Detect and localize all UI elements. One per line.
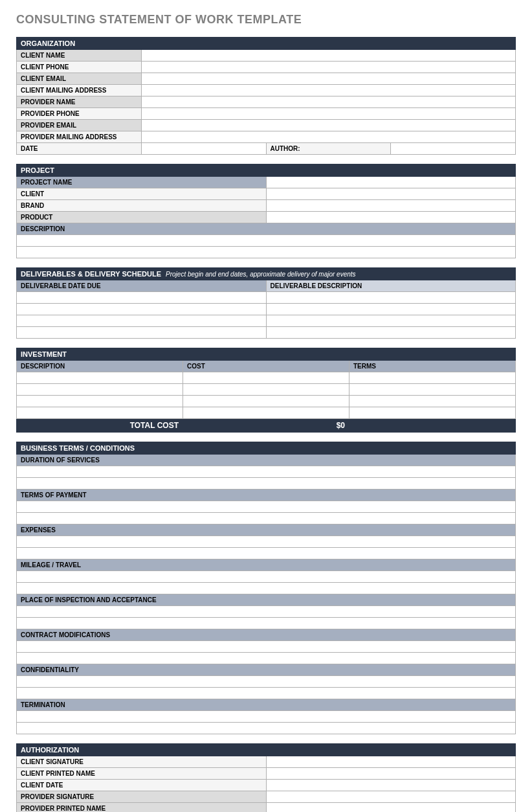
terms-item-value[interactable] <box>17 641 516 653</box>
org-label: CLIENT EMAIL <box>17 73 142 85</box>
terms-item-value[interactable] <box>17 676 516 688</box>
org-value[interactable] <box>141 96 515 108</box>
org-value[interactable] <box>141 120 515 131</box>
deliverables-table: DELIVERABLES & DELIVERY SCHEDULE Project… <box>16 267 516 339</box>
terms-item-value[interactable] <box>17 688 516 699</box>
terms-item-label: CONTRACT MODIFICATIONS <box>17 629 516 641</box>
deliverables-header: DELIVERABLES & DELIVERY SCHEDULE Project… <box>17 268 516 280</box>
terms-table: BUSINESS TERMS / CONDITIONS DURATION OF … <box>16 442 516 734</box>
organization-header: ORGANIZATION <box>17 38 516 50</box>
deliverable-date-cell[interactable] <box>17 327 267 339</box>
inv-terms[interactable] <box>349 384 516 396</box>
document-title: CONSULTING STATEMENT OF WORK TEMPLATE <box>16 13 516 27</box>
terms-item-value[interactable] <box>17 583 516 594</box>
inv-desc[interactable] <box>17 384 183 396</box>
terms-item-value[interactable] <box>17 618 516 629</box>
deliverables-header-text: DELIVERABLES & DELIVERY SCHEDULE <box>21 270 161 278</box>
terms-item-value[interactable] <box>17 513 516 524</box>
deliverable-date-cell[interactable] <box>17 315 267 327</box>
organization-table: ORGANIZATION CLIENT NAME CLIENT PHONE CL… <box>16 37 516 155</box>
project-value[interactable] <box>266 212 516 223</box>
terms-item-value[interactable] <box>17 466 516 478</box>
date-label: DATE <box>17 143 142 155</box>
terms-item-label: CONFIDENTIALITY <box>17 664 516 676</box>
org-value[interactable] <box>141 73 515 85</box>
investment-table: INVESTMENT DESCRIPTION COST TERMS TOTAL … <box>16 348 516 433</box>
deliverable-desc-cell[interactable] <box>266 327 516 339</box>
auth-value[interactable] <box>266 791 516 803</box>
terms-item-value[interactable] <box>17 548 516 559</box>
inv-cost[interactable] <box>183 372 349 384</box>
project-value[interactable] <box>266 188 516 200</box>
investment-desc-header: DESCRIPTION <box>17 361 183 372</box>
investment-terms-header: TERMS <box>349 361 516 372</box>
org-value[interactable] <box>141 62 515 73</box>
terms-item-value[interactable] <box>17 711 516 723</box>
auth-label: CLIENT PRINTED NAME <box>17 768 267 780</box>
author-label: AUTHOR: <box>266 143 391 155</box>
auth-value[interactable] <box>266 756 516 768</box>
deliverable-date-cell[interactable] <box>17 292 267 304</box>
inv-terms[interactable] <box>349 407 516 419</box>
auth-value[interactable] <box>266 780 516 791</box>
inv-desc[interactable] <box>17 396 183 407</box>
project-value[interactable] <box>266 177 516 188</box>
terms-item-value[interactable] <box>17 606 516 618</box>
terms-header: BUSINESS TERMS / CONDITIONS <box>17 442 516 455</box>
project-label: PROJECT NAME <box>17 177 267 188</box>
terms-item-value[interactable] <box>17 536 516 548</box>
org-value[interactable] <box>141 131 515 143</box>
inv-terms[interactable] <box>349 372 516 384</box>
deliverable-desc-cell[interactable] <box>266 292 516 304</box>
project-header: PROJECT <box>17 164 516 177</box>
terms-item-value[interactable] <box>17 723 516 734</box>
authorization-header: AUTHORIZATION <box>17 744 516 756</box>
org-label: CLIENT NAME <box>17 50 142 62</box>
terms-item-label: EXPENSES <box>17 524 516 536</box>
org-label: PROVIDER MAILING ADDRESS <box>17 131 142 143</box>
date-value[interactable] <box>141 143 266 155</box>
inv-cost[interactable] <box>183 384 349 396</box>
org-value[interactable] <box>141 108 515 120</box>
inv-cost[interactable] <box>183 407 349 419</box>
project-label: PRODUCT <box>17 212 267 223</box>
description-label: DESCRIPTION <box>17 223 516 235</box>
project-table: PROJECT PROJECT NAME CLIENT BRAND PRODUC… <box>16 164 516 258</box>
deliverable-desc-cell[interactable] <box>266 304 516 315</box>
auth-label: CLIENT DATE <box>17 780 267 791</box>
inv-terms[interactable] <box>349 396 516 407</box>
inv-desc[interactable] <box>17 372 183 384</box>
organization-header-row: ORGANIZATION <box>17 38 516 50</box>
terms-item-label: TERMINATION <box>17 699 516 711</box>
terms-item-value[interactable] <box>17 571 516 583</box>
project-label: BRAND <box>17 200 267 212</box>
deliverable-date-cell[interactable] <box>17 304 267 315</box>
deliverable-date-header: DELIVERABLE DATE DUE <box>17 280 267 292</box>
terms-item-value[interactable] <box>17 501 516 513</box>
terms-item-value[interactable] <box>17 653 516 664</box>
deliverable-desc-cell[interactable] <box>266 315 516 327</box>
total-cost-value: $0 <box>183 419 349 433</box>
terms-item-label: MILEAGE / TRAVEL <box>17 559 516 571</box>
auth-label: PROVIDER PRINTED NAME <box>17 803 267 813</box>
auth-label: CLIENT SIGNATURE <box>17 756 267 768</box>
inv-cost[interactable] <box>183 396 349 407</box>
project-value[interactable] <box>266 200 516 212</box>
description-value[interactable] <box>17 247 516 258</box>
investment-cost-header: COST <box>183 361 349 372</box>
auth-value[interactable] <box>266 768 516 780</box>
author-value[interactable] <box>391 143 516 155</box>
terms-item-label: TERMS OF PAYMENT <box>17 490 516 501</box>
inv-desc[interactable] <box>17 407 183 419</box>
total-cost-label: TOTAL COST <box>17 419 183 433</box>
terms-item-value[interactable] <box>17 478 516 490</box>
org-label: PROVIDER PHONE <box>17 108 142 120</box>
org-value[interactable] <box>141 85 515 96</box>
auth-label: PROVIDER SIGNATURE <box>17 791 267 803</box>
description-value[interactable] <box>17 235 516 247</box>
org-label: PROVIDER NAME <box>17 96 142 108</box>
org-value[interactable] <box>141 50 515 62</box>
project-label: CLIENT <box>17 188 267 200</box>
org-label: PROVIDER EMAIL <box>17 120 142 131</box>
auth-value[interactable] <box>266 803 516 813</box>
